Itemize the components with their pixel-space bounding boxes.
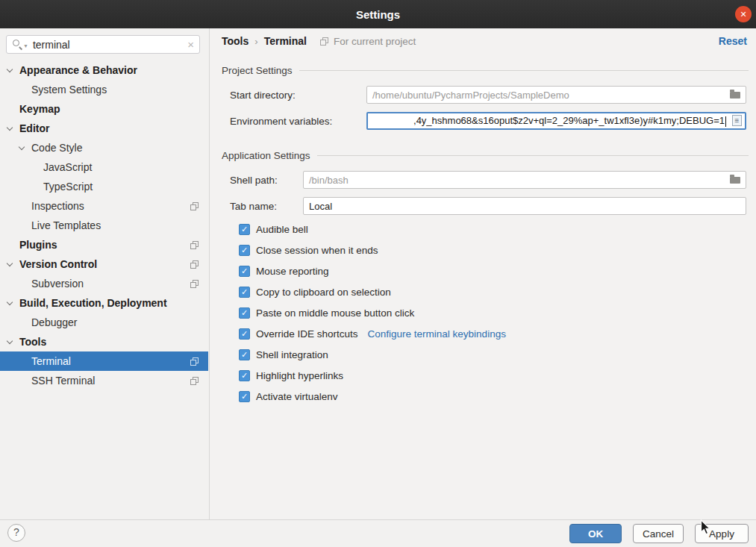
sidebar-item-label: Terminal [31,355,71,367]
search-input[interactable]: ▼ terminal × [6,35,200,54]
search-history-arrow-icon: ▼ [23,43,28,49]
scope-note: For current project [334,36,416,47]
start-directory-value: /home/ubuntu/PycharmProjects/SampleDemo [372,90,569,101]
apply-button[interactable]: Apply [695,524,749,543]
copy-icon [190,260,199,269]
chevron-down-icon[interactable] [7,67,13,74]
sidebar-item-label: Subversion [31,278,84,290]
checkbox-copy-to-clipboard[interactable]: ✓ Copy to clipboard on selection [210,281,756,302]
settings-sidebar: ▼ terminal × Appearance & Behavior Syste… [0,28,210,520]
sidebar-item-build-execution-deployment[interactable]: Build, Execution, Deployment [0,293,208,313]
checkbox-checked-icon[interactable]: ✓ [239,349,250,360]
sidebar-item-label: Version Control [19,258,97,270]
sidebar-item-terminal[interactable]: Terminal [0,351,208,371]
checkbox-highlight-hyperlinks[interactable]: ✓ Highlight hyperlinks [210,365,756,386]
sidebar-item-system-settings[interactable]: System Settings [0,80,208,99]
checkbox-close-session[interactable]: ✓ Close session when it ends [210,240,756,260]
sidebar-item-typescript[interactable]: TypeScript [0,177,208,196]
checkbox-checked-icon[interactable]: ✓ [239,391,250,402]
sidebar-item-ssh-terminal[interactable]: SSH Terminal [0,371,208,390]
help-button[interactable]: ? [7,524,25,542]
checkbox-mouse-reporting[interactable]: ✓ Mouse reporting [210,260,756,281]
checkbox-activate-virtualenv[interactable]: ✓ Activate virtualenv [210,386,756,407]
sidebar-item-debugger[interactable]: Debugger [0,313,208,332]
copy-icon [190,280,199,288]
configure-keybindings-link[interactable]: Configure terminal keybindings [368,328,506,340]
project-scope-icon [320,37,328,46]
checkbox-checked-icon[interactable]: ✓ [239,307,250,319]
browse-folder-icon[interactable] [730,92,740,99]
ok-button[interactable]: OK [569,524,622,543]
sidebar-item-code-style[interactable]: Code Style [0,138,208,157]
checkbox-label: Copy to clipboard on selection [256,287,391,298]
checkbox-override-ide-shortcuts[interactable]: ✓ Override IDE shortcuts Configure termi… [210,323,756,344]
copy-icon [190,377,199,385]
sidebar-item-label: Code Style [31,142,82,154]
checkbox-shell-integration[interactable]: ✓ Shell integration [210,344,756,365]
application-settings-header: Application Settings [222,148,749,163]
breadcrumb: Tools › Terminal For current project Res… [210,28,756,54]
sidebar-item-label: Editor [19,122,49,134]
settings-content: Tools › Terminal For current project Res… [210,28,756,520]
section-divider [317,155,749,156]
checkbox-checked-icon[interactable]: ✓ [239,245,250,256]
sidebar-item-plugins[interactable]: Plugins [0,235,208,254]
chevron-down-icon[interactable] [7,261,13,268]
breadcrumb-section[interactable]: Tools [222,35,249,47]
settings-tree: Appearance & Behavior System Settings Ke… [0,60,208,390]
cancel-button[interactable]: Cancel [633,524,684,543]
checkbox-checked-icon[interactable]: ✓ [239,328,250,340]
copy-icon [190,357,199,366]
sidebar-item-label: Inspections [31,200,84,212]
checkbox-paste-middle-mouse[interactable]: ✓ Paste on middle mouse button click [210,302,756,323]
checkbox-checked-icon[interactable]: ✓ [239,287,250,298]
sidebar-item-javascript[interactable]: JavaScript [0,157,208,177]
chevron-down-icon[interactable] [7,300,13,307]
chevron-down-icon[interactable] [7,339,13,346]
sidebar-item-version-control[interactable]: Version Control [0,254,208,274]
copy-icon [190,202,199,210]
shell-path-label: Shell path: [230,175,303,186]
sidebar-item-editor[interactable]: Editor [0,119,208,138]
start-directory-field[interactable]: /home/ubuntu/PycharmProjects/SampleDemo [366,86,746,104]
checkbox-checked-icon[interactable]: ✓ [239,370,250,381]
section-title: Project Settings [222,65,293,76]
env-variables-browse-icon[interactable]: ≡ [732,115,742,126]
chevron-down-icon[interactable] [7,125,13,132]
close-icon[interactable]: ✕ [735,6,752,22]
reset-link[interactable]: Reset [719,35,747,47]
shell-path-field[interactable]: /bin/bash [303,171,746,189]
environment-variables-label: Environment variables: [230,116,366,127]
environment-variables-field[interactable]: ,4y_hshmo68&s16oput$z2v+ql=2_29%ap+_tw1x… [366,112,746,130]
clear-search-icon[interactable]: × [187,38,194,51]
sidebar-item-label: Plugins [19,239,57,251]
checkbox-audible-bell[interactable]: ✓ Audible bell [210,219,756,240]
sidebar-item-label: System Settings [31,84,107,96]
sidebar-item-label: JavaScript [43,161,92,173]
checkbox-label: Mouse reporting [256,266,329,277]
sidebar-item-label: TypeScript [43,181,93,193]
project-settings-header: Project Settings [222,63,749,78]
sidebar-item-label: Appearance & Behavior [19,64,137,76]
sidebar-item-tools[interactable]: Tools [0,332,208,351]
checkbox-label: Close session when it ends [256,245,378,256]
tab-name-field[interactable]: Local [303,197,746,215]
sidebar-item-keymap[interactable]: Keymap [0,99,208,119]
sidebar-item-label: Live Templates [31,219,101,231]
browse-folder-icon[interactable] [730,177,740,184]
text-caret [725,116,726,127]
start-directory-row: Start directory: /home/ubuntu/PycharmPro… [230,86,746,104]
sidebar-item-label: Tools [19,336,46,348]
checkbox-checked-icon[interactable]: ✓ [239,224,250,235]
sidebar-item-appearance-behavior[interactable]: Appearance & Behavior [0,60,208,80]
checkbox-checked-icon[interactable]: ✓ [239,266,250,277]
sidebar-item-live-templates[interactable]: Live Templates [0,216,208,235]
chevron-down-icon[interactable] [19,145,25,151]
sidebar-item-inspections[interactable]: Inspections [0,196,208,216]
titlebar[interactable]: Settings ✕ [0,0,756,28]
sidebar-item-label: SSH Terminal [31,375,95,387]
section-divider [299,70,749,71]
terminal-options: ✓ Audible bell ✓ Close session when it e… [210,219,756,407]
sidebar-item-subversion[interactable]: Subversion [0,274,208,293]
breadcrumb-page: Terminal [264,35,307,47]
